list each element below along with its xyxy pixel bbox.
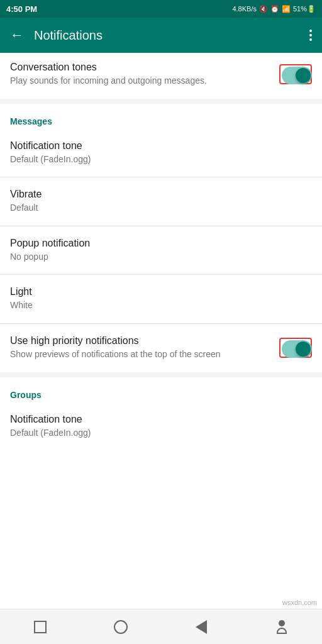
- conversation-tones-text: Conversation tones Play sounds for incom…: [10, 62, 272, 87]
- bottom-navigation: [0, 609, 322, 644]
- battery-icon: 51%🔋: [293, 5, 316, 13]
- nav-back-button[interactable]: [182, 614, 220, 640]
- dot2: [309, 34, 312, 36]
- conversation-tones-toggle[interactable]: [282, 67, 312, 84]
- popup-notification-title: Popup notification: [10, 238, 312, 249]
- status-bar: 4:50 PM 4.8KB/s 🔇 ⏰ 📶 51%🔋: [0, 0, 322, 18]
- section-divider-1: [0, 99, 322, 104]
- light-text: Light White: [10, 286, 312, 312]
- vibrate-item[interactable]: Vibrate Default: [0, 180, 322, 223]
- back-icon: [196, 620, 207, 634]
- notification-tone-text: Notification tone Default (FadeIn.ogg): [10, 140, 312, 166]
- high-priority-text: Use high priority notifications Show pre…: [10, 335, 272, 361]
- app-bar: ← Notifications: [0, 18, 322, 53]
- high-priority-toggle[interactable]: [282, 340, 312, 358]
- high-priority-title: Use high priority notifications: [10, 335, 272, 347]
- network-speed: 4.8KB/s: [232, 5, 257, 13]
- divider-4: [0, 323, 322, 324]
- light-item[interactable]: Light White: [0, 277, 322, 321]
- messages-section-header: Messages: [0, 106, 322, 131]
- groups-notification-tone-title: Notification tone: [10, 414, 312, 425]
- popup-notification-text: Popup notification No popup: [10, 238, 312, 264]
- groups-notification-tone-item[interactable]: Notification tone Default (FadeIn.ogg): [0, 405, 322, 448]
- conversation-tones-toggle-container[interactable]: [279, 64, 312, 84]
- light-subtitle: White: [10, 299, 312, 312]
- watermark: wsxdn.com: [282, 599, 317, 606]
- conversation-tones-item[interactable]: Conversation tones Play sounds for incom…: [0, 53, 322, 96]
- dot1: [309, 30, 312, 32]
- nav-home-button[interactable]: [102, 614, 140, 640]
- status-icons: 4.8KB/s 🔇 ⏰ 📶 51%🔋: [232, 5, 316, 13]
- conversation-tones-toggle-thumb: [296, 68, 311, 83]
- home-icon: [114, 620, 128, 634]
- section-divider-2: [0, 372, 322, 377]
- nav-person-button[interactable]: [263, 614, 301, 640]
- high-priority-item[interactable]: Use high priority notifications Show pre…: [0, 326, 322, 370]
- page-title: Notifications: [34, 28, 309, 43]
- high-priority-subtitle: Show previews of notifications at the to…: [10, 348, 272, 361]
- settings-content: Conversation tones Play sounds for incom…: [0, 53, 322, 609]
- high-priority-toggle-container[interactable]: [279, 338, 312, 358]
- notification-tone-title: Notification tone: [10, 140, 312, 152]
- divider-1: [0, 177, 322, 177]
- light-title: Light: [10, 286, 312, 297]
- groups-notification-tone-text: Notification tone Default (FadeIn.ogg): [10, 414, 312, 440]
- conversation-tones-title: Conversation tones: [10, 62, 272, 73]
- divider-3: [0, 274, 322, 275]
- popup-notification-subtitle: No popup: [10, 251, 312, 264]
- conversation-tones-subtitle: Play sounds for incoming and outgoing me…: [10, 75, 272, 87]
- alarm-icon: ⏰: [270, 5, 279, 13]
- status-time: 4:50 PM: [6, 4, 37, 14]
- person-icon: [277, 620, 287, 634]
- dot3: [309, 38, 312, 41]
- popup-notification-item[interactable]: Popup notification No popup: [0, 229, 322, 272]
- groups-section-header: Groups: [0, 380, 322, 405]
- recents-icon: [34, 621, 47, 633]
- vibrate-text: Vibrate Default: [10, 189, 312, 214]
- person-head: [279, 620, 285, 626]
- back-button[interactable]: ←: [10, 27, 24, 43]
- groups-notification-tone-subtitle: Default (FadeIn.ogg): [10, 427, 312, 440]
- divider-2: [0, 226, 322, 226]
- vibrate-subtitle: Default: [10, 202, 312, 214]
- more-options-button[interactable]: [309, 30, 312, 41]
- notification-tone-subtitle: Default (FadeIn.ogg): [10, 153, 312, 166]
- person-body: [277, 628, 287, 634]
- nav-recents-button[interactable]: [21, 614, 59, 640]
- mute-icon: 🔇: [259, 5, 268, 13]
- vibrate-title: Vibrate: [10, 189, 312, 200]
- notification-tone-item[interactable]: Notification tone Default (FadeIn.ogg): [0, 131, 322, 175]
- signal-icon: 📶: [282, 5, 291, 13]
- high-priority-toggle-thumb: [296, 341, 311, 357]
